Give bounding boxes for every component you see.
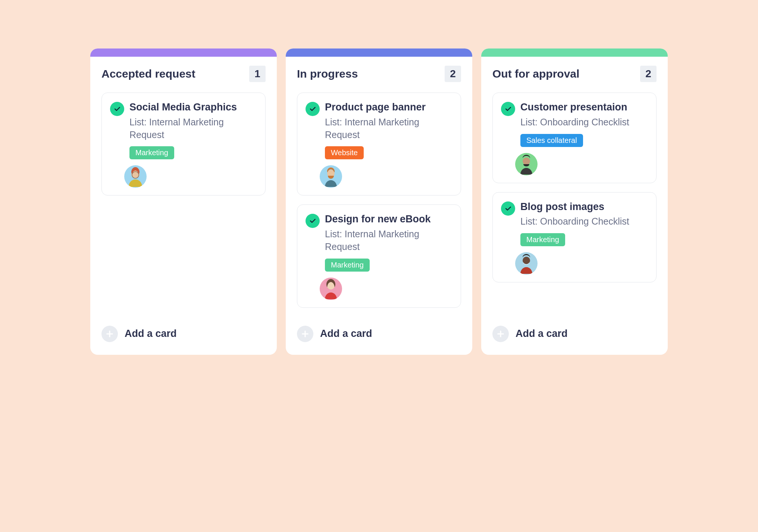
svg-point-4	[523, 157, 530, 165]
card-title: Customer presentaion	[520, 101, 648, 114]
task-card[interactable]: Blog post images List: Onboarding Checkl…	[492, 192, 657, 283]
plus-icon	[297, 326, 313, 342]
cards-container: Product page banner List: Internal Marke…	[286, 89, 472, 317]
column-title: Out for approval	[492, 68, 579, 80]
card-subtitle: List: Internal Marketing Request	[325, 116, 452, 141]
avatar[interactable]	[320, 165, 342, 188]
card-subtitle: List: Internal Marketing Request	[129, 116, 257, 141]
task-card[interactable]: Design for new eBook List: Internal Mark…	[297, 204, 461, 307]
cards-container: Social Media Graphics List: Internal Mar…	[90, 89, 277, 317]
column-count-badge: 1	[249, 66, 266, 82]
plus-icon	[101, 326, 118, 342]
column-count-badge: 2	[445, 66, 461, 82]
card-title: Product page banner	[325, 101, 452, 114]
column-count-badge: 2	[640, 66, 657, 82]
avatar[interactable]	[124, 165, 147, 188]
column-out-for-approval: Out for approval 2 Customer presentaion …	[481, 48, 668, 355]
card-tag: Marketing	[129, 146, 174, 159]
add-card-label: Add a card	[125, 328, 177, 339]
card-subtitle: List: Onboarding Checklist	[520, 215, 648, 228]
cards-container: Customer presentaion List: Onboarding Ch…	[481, 89, 668, 317]
card-content: Design for new eBook List: Internal Mark…	[325, 213, 452, 300]
column-title: In progress	[297, 68, 358, 80]
column-title: Accepted request	[101, 68, 195, 80]
check-icon	[501, 102, 515, 116]
card-content: Blog post images List: Onboarding Checkl…	[520, 201, 648, 275]
check-icon	[306, 214, 320, 228]
column-header: Accepted request 1	[90, 57, 277, 89]
plus-icon	[492, 326, 509, 342]
add-card-label: Add a card	[516, 328, 568, 339]
avatar[interactable]	[515, 252, 538, 275]
add-card-label: Add a card	[320, 328, 372, 339]
card-title: Social Media Graphics	[129, 101, 257, 114]
card-tag: Sales collateral	[520, 134, 583, 147]
column-header: In progress 2	[286, 57, 472, 89]
avatar[interactable]	[320, 278, 342, 300]
card-title: Design for new eBook	[325, 213, 452, 226]
column-accent	[481, 48, 668, 57]
add-card-button[interactable]: Add a card	[90, 317, 277, 355]
card-content: Product page banner List: Internal Marke…	[325, 101, 452, 188]
card-tag: Website	[325, 146, 364, 159]
column-in-progress: In progress 2 Product page banner List: …	[286, 48, 472, 355]
kanban-board: Accepted request 1 Social Media Graphics…	[90, 48, 668, 355]
task-card[interactable]: Social Media Graphics List: Internal Mar…	[101, 93, 266, 195]
task-card[interactable]: Customer presentaion List: Onboarding Ch…	[492, 93, 657, 183]
check-icon	[110, 102, 124, 116]
card-subtitle: List: Internal Marketing Request	[325, 228, 452, 253]
check-icon	[306, 102, 320, 116]
column-accent	[90, 48, 277, 57]
card-tag: Marketing	[520, 233, 565, 246]
column-header: Out for approval 2	[481, 57, 668, 89]
card-content: Customer presentaion List: Onboarding Ch…	[520, 101, 648, 175]
card-content: Social Media Graphics List: Internal Mar…	[129, 101, 257, 188]
card-tag: Marketing	[325, 259, 370, 272]
check-icon	[501, 201, 515, 216]
column-accepted-request: Accepted request 1 Social Media Graphics…	[90, 48, 277, 355]
avatar[interactable]	[515, 153, 538, 175]
card-subtitle: List: Onboarding Checklist	[520, 116, 648, 129]
column-accent	[286, 48, 472, 57]
add-card-button[interactable]: Add a card	[286, 317, 472, 355]
card-title: Blog post images	[520, 201, 648, 213]
task-card[interactable]: Product page banner List: Internal Marke…	[297, 93, 461, 195]
add-card-button[interactable]: Add a card	[481, 317, 668, 355]
